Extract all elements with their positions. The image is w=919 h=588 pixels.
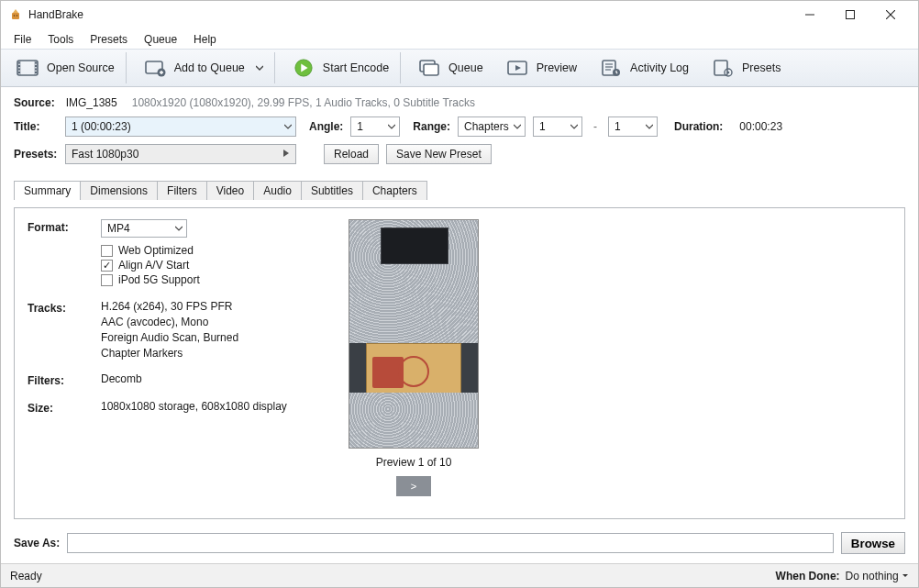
- source-label: Source:: [14, 96, 55, 109]
- status-text: Ready: [10, 570, 42, 582]
- checkbox-icon: [101, 274, 113, 286]
- triangle-right-icon: [282, 148, 290, 161]
- tracks-label: Tracks:: [28, 300, 90, 315]
- web-optimized-checkbox[interactable]: Web Optimized: [101, 243, 200, 258]
- tab-video[interactable]: Video: [206, 181, 254, 200]
- svg-rect-12: [18, 69, 20, 71]
- format-label: Format:: [28, 219, 90, 234]
- open-source-button[interactable]: Open Source: [6, 52, 127, 83]
- svg-point-1: [14, 15, 16, 17]
- chevron-down-icon: [175, 222, 183, 235]
- presets-label: Presets:: [14, 148, 58, 161]
- when-done-label: When Done:: [776, 570, 840, 582]
- add-to-queue-button[interactable]: Add to Queue: [134, 52, 275, 83]
- window-close-button[interactable]: [870, 1, 911, 28]
- add-queue-icon: [143, 58, 167, 78]
- chevron-down-icon: [646, 120, 653, 133]
- toolbar: Open Source Add to Queue Start Encode Qu…: [1, 49, 918, 87]
- queue-label: Queue: [448, 61, 483, 74]
- status-bar: Ready When Done: Do nothing: [1, 563, 918, 587]
- angle-label: Angle:: [309, 120, 343, 133]
- tab-subtitles[interactable]: Subtitles: [301, 181, 363, 200]
- window-maximize-button[interactable]: [830, 1, 870, 28]
- filters-label: Filters:: [28, 372, 90, 387]
- range-from-select[interactable]: 1: [533, 116, 582, 137]
- tab-strip: Summary Dimensions Filters Video Audio S…: [14, 181, 905, 200]
- svg-rect-22: [424, 64, 438, 75]
- menu-tools[interactable]: Tools: [40, 30, 81, 49]
- svg-rect-15: [35, 65, 37, 67]
- tracks-summary: H.264 (x264), 30 FPS PFR AAC (avcodec), …: [101, 300, 238, 360]
- svg-point-31: [727, 72, 730, 74]
- filters-value: Decomb: [101, 372, 142, 385]
- save-as-input[interactable]: [67, 533, 834, 553]
- title-select-value: 1 (00:00:23): [72, 120, 131, 133]
- app-icon: [8, 7, 23, 22]
- start-encode-button[interactable]: Start Encode: [282, 52, 401, 83]
- angle-select[interactable]: 1: [350, 116, 400, 137]
- source-row: Source: IMG_1385 1080x1920 (1080x1920), …: [14, 96, 905, 109]
- source-name: IMG_1385: [66, 96, 117, 109]
- tab-filters[interactable]: Filters: [157, 181, 207, 200]
- menu-queue[interactable]: Queue: [137, 30, 184, 49]
- tab-audio[interactable]: Audio: [253, 181, 302, 200]
- preview-caption: Preview 1 of 10: [376, 456, 452, 469]
- duration-label: Duration:: [674, 120, 723, 133]
- play-icon: [292, 58, 316, 78]
- when-done-value: Do nothing: [846, 570, 899, 582]
- save-new-preset-button[interactable]: Save New Preset: [386, 144, 492, 164]
- activity-log-button[interactable]: Activity Log: [590, 52, 698, 83]
- menu-presets[interactable]: Presets: [83, 30, 135, 49]
- open-source-label: Open Source: [47, 61, 115, 74]
- reload-button[interactable]: Reload: [324, 144, 379, 164]
- svg-rect-11: [18, 65, 20, 67]
- chevron-down-icon: [902, 572, 909, 580]
- chevron-down-icon: [570, 120, 578, 133]
- chevron-down-icon: [388, 120, 395, 133]
- tab-panel-summary: Format: MP4 Web Optimized Align A/V Star…: [14, 207, 905, 519]
- range-to-select[interactable]: 1: [608, 116, 658, 137]
- angle-value: 1: [357, 120, 363, 133]
- title-select[interactable]: 1 (00:00:23): [65, 116, 296, 137]
- align-av-start-checkbox[interactable]: Align A/V Start: [101, 258, 200, 272]
- size-value: 1080x1080 storage, 608x1080 display: [101, 400, 287, 413]
- save-as-row: Save As: Browse: [1, 527, 918, 563]
- duration-value: 00:00:23: [739, 120, 782, 133]
- presets-button[interactable]: Presets: [702, 52, 790, 83]
- range-type-select[interactable]: Chapters: [458, 116, 526, 137]
- source-meta: 1080x1920 (1080x1920), 29.99 FPS, 1 Audi…: [132, 96, 475, 109]
- svg-rect-10: [18, 62, 20, 64]
- activity-log-icon: [599, 58, 623, 78]
- svg-rect-4: [847, 11, 855, 19]
- preview-next-button[interactable]: >: [396, 476, 431, 496]
- svg-rect-13: [18, 72, 20, 73]
- checkbox-icon: [101, 245, 113, 257]
- format-select[interactable]: MP4: [101, 219, 187, 238]
- tab-chapters[interactable]: Chapters: [362, 181, 427, 200]
- size-label: Size:: [28, 400, 90, 415]
- preset-select[interactable]: Fast 1080p30: [65, 144, 296, 164]
- chevron-down-icon: [256, 61, 263, 74]
- menu-file[interactable]: File: [6, 30, 39, 49]
- add-to-queue-label: Add to Queue: [174, 61, 245, 74]
- preview-label: Preview: [537, 61, 577, 74]
- queue-icon: [417, 58, 441, 78]
- preview-button[interactable]: Preview: [496, 52, 586, 83]
- title-label: Title:: [14, 120, 58, 133]
- chevron-down-icon: [514, 120, 521, 133]
- queue-button[interactable]: Queue: [408, 52, 493, 83]
- window-minimize-button[interactable]: [790, 1, 830, 28]
- menu-help[interactable]: Help: [186, 30, 224, 49]
- when-done-dropdown[interactable]: Do nothing: [846, 570, 909, 582]
- svg-rect-0: [12, 13, 19, 19]
- save-as-label: Save As:: [14, 537, 60, 549]
- browse-button[interactable]: Browse: [841, 532, 905, 554]
- svg-point-2: [17, 15, 18, 17]
- presets-label: Presets: [742, 61, 781, 74]
- range-type-value: Chapters: [464, 120, 509, 133]
- chevron-down-icon: [284, 120, 292, 133]
- tab-summary[interactable]: Summary: [14, 181, 81, 200]
- range-dash: -: [590, 120, 601, 133]
- tab-dimensions[interactable]: Dimensions: [80, 181, 158, 200]
- ipod-5g-support-checkbox[interactable]: iPod 5G Support: [101, 272, 200, 287]
